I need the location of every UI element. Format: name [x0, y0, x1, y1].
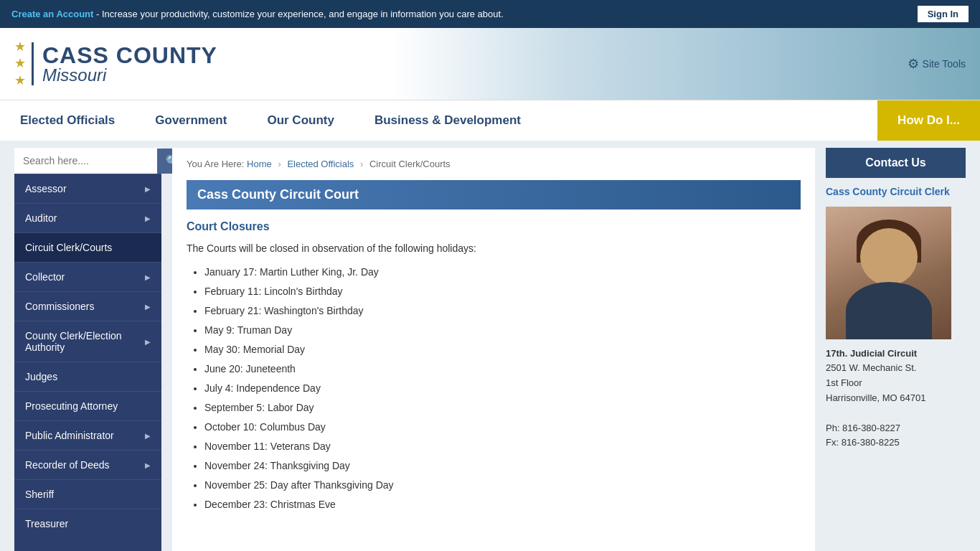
main-navigation: Elected Officials Government Our County … [0, 100, 980, 141]
breadcrumb-you-are-here: You Are Here: [187, 159, 244, 169]
logo-county-name: CASS COUNTY [42, 44, 217, 67]
chevron-right-icon: ▶ [145, 215, 151, 222]
fax-number: Fx: 816-380-8225 [826, 435, 966, 451]
nav-government[interactable]: Government [135, 100, 247, 141]
breadcrumb-elected-officials[interactable]: Elected Officials [287, 159, 354, 169]
list-item: February 21: Washington's Birthday [204, 303, 801, 319]
header-background [392, 28, 980, 100]
site-tools-button[interactable]: ⚙ Site Tools [908, 56, 966, 72]
sidebar-item-circuit-clerk[interactable]: Circuit Clerk/Courts [14, 232, 161, 262]
breadcrumb-separator-1: › [278, 159, 281, 169]
sidebar-item-recorder-of-deeds[interactable]: Recorder of Deeds ▶ [14, 450, 161, 479]
list-item: February 11: Lincoln's Birthday [204, 284, 801, 299]
top-banner: Create an Account - Increase your produc… [0, 0, 980, 28]
chevron-right-icon: ▶ [145, 303, 151, 311]
banner-description: - Increase your productivity, customize … [96, 9, 504, 19]
intro-paragraph: The Courts will be closed in observation… [187, 240, 801, 256]
gear-icon: ⚙ [908, 56, 919, 72]
list-item: July 4: Independence Day [204, 381, 801, 396]
chevron-right-icon: ▶ [145, 461, 151, 469]
sidebar-search-box: 🔍 [14, 148, 161, 174]
sign-in-button[interactable]: Sign In [918, 6, 969, 22]
sidebar-item-county-clerk[interactable]: County Clerk/Election Authority ▶ [14, 321, 161, 362]
breadcrumb-home[interactable]: Home [247, 159, 272, 169]
contact-us-label: Contact Us [865, 156, 925, 169]
nav-our-county[interactable]: Our County [247, 100, 354, 141]
holidays-list: January 17: Martin Luther King, Jr. DayF… [187, 265, 801, 512]
logo-divider [32, 42, 34, 85]
site-tools-label: Site Tools [923, 58, 966, 70]
nav-how-do-i[interactable]: How Do I... [877, 100, 980, 141]
left-sidebar: 🔍 Assessor ▶ Auditor ▶ Circuit Clerk/Cou… [14, 148, 161, 551]
list-item: June 20: Juneteenth [204, 362, 801, 377]
sidebar-item-judges[interactable]: Judges [14, 362, 161, 391]
logo-stars: ★ ★ ★ [14, 39, 26, 89]
phone-number: Ph: 816-380-8227 [826, 421, 966, 436]
nav-elected-officials[interactable]: Elected Officials [0, 100, 135, 141]
list-item: September 5: Labor Day [204, 400, 801, 415]
sidebar-item-collector[interactable]: Collector ▶ [14, 262, 161, 291]
clerk-photo [826, 207, 951, 339]
list-item: May 30: Memorial Day [204, 342, 801, 357]
section-heading: Court Closures [187, 220, 801, 233]
logo-state-name: Missouri [42, 67, 217, 84]
create-account-link[interactable]: Create an Account [11, 9, 93, 19]
sidebar-item-commissioners[interactable]: Commissioners ▶ [14, 291, 161, 321]
search-input[interactable] [14, 148, 157, 174]
photo-face [860, 228, 918, 286]
logo-text[interactable]: CASS COUNTY Missouri [42, 44, 217, 84]
sidebar-item-sheriff[interactable]: Sheriff [14, 479, 161, 509]
right-sidebar: Contact Us Cass County Circuit Clerk 17t… [826, 148, 966, 551]
sidebar-item-auditor[interactable]: Auditor ▶ [14, 203, 161, 232]
photo-body [846, 282, 932, 339]
address-line-1: 2501 W. Mechanic St. [826, 361, 966, 376]
list-item: November 11: Veterans Day [204, 439, 801, 454]
breadcrumb-current-page: Circuit Clerk/Courts [369, 159, 451, 169]
chevron-right-icon: ▶ [145, 338, 151, 346]
breadcrumb: You Are Here: Home › Elected Officials ›… [187, 159, 801, 169]
contact-info: 17th. Judicial Circuit 2501 W. Mechanic … [826, 347, 966, 451]
list-item: November 25: Day after Thanksgiving Day [204, 478, 801, 493]
list-item: December 23: Christmas Eve [204, 497, 801, 512]
judicial-title: 17th. Judicial Circuit [826, 347, 966, 362]
address-line-2: 1st Floor [826, 376, 966, 391]
main-content-wrapper: 🔍 Assessor ▶ Auditor ▶ Circuit Clerk/Cou… [0, 141, 980, 551]
chevron-right-icon: ▶ [145, 185, 151, 193]
clerk-link[interactable]: Cass County Circuit Clerk [826, 185, 966, 199]
sidebar-item-treasurer[interactable]: Treasurer [14, 509, 161, 538]
address-line-3: Harrisonville, MO 64701 [826, 391, 966, 406]
banner-text: Create an Account - Increase your produc… [11, 9, 504, 19]
sidebar-item-assessor[interactable]: Assessor ▶ [14, 174, 161, 203]
contact-us-box: Contact Us [826, 148, 966, 178]
site-header: ★ ★ ★ CASS COUNTY Missouri ⚙ Site Tools [0, 28, 980, 100]
list-item: May 9: Truman Day [204, 323, 801, 338]
list-item: November 24: Thanksgiving Day [204, 458, 801, 474]
chevron-right-icon: ▶ [145, 273, 151, 281]
sidebar-item-public-administrator[interactable]: Public Administrator ▶ [14, 420, 161, 450]
chevron-right-icon: ▶ [145, 432, 151, 440]
page-title: Cass County Circuit Court [187, 180, 801, 209]
breadcrumb-separator-2: › [360, 159, 363, 169]
main-content-area: You Are Here: Home › Elected Officials ›… [172, 148, 815, 551]
sidebar-item-prosecuting-attorney[interactable]: Prosecuting Attorney [14, 391, 161, 420]
logo-area: ★ ★ ★ CASS COUNTY Missouri [14, 39, 217, 89]
list-item: January 17: Martin Luther King, Jr. Day [204, 265, 801, 280]
nav-business-dev[interactable]: Business & Development [354, 100, 541, 141]
list-item: October 10: Columbus Day [204, 420, 801, 435]
